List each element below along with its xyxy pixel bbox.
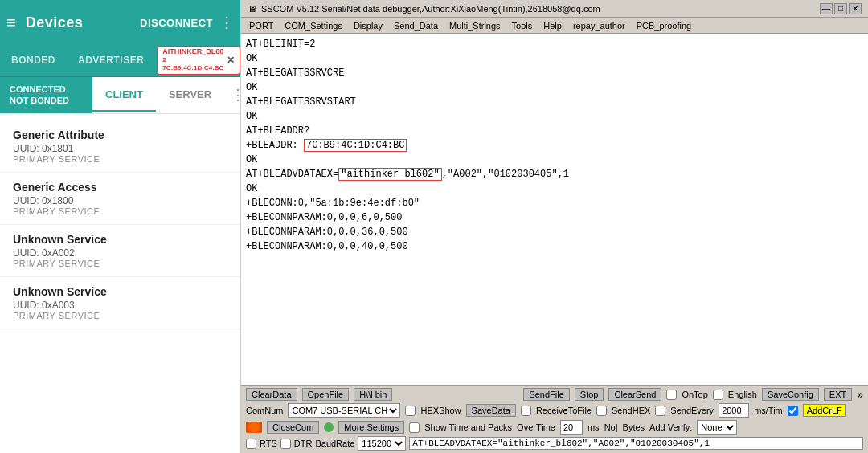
- exit-button[interactable]: EXT: [824, 388, 852, 401]
- service-name: Generic Access: [13, 181, 227, 194]
- com-select[interactable]: COM7 USB-SERIAL CH340: [288, 403, 400, 418]
- close-button[interactable]: ✕: [849, 3, 862, 14]
- terminal-line: OK: [246, 182, 863, 196]
- terminal-line: +BLECONNPARAM:0,0,0,36,0,500: [246, 225, 863, 239]
- right-panel: 🖥 SSCOM V5.12 Serial/Net data debugger,A…: [241, 0, 868, 453]
- com-num-label: ComNum: [246, 406, 283, 415]
- menu-send-data[interactable]: Send_Data: [389, 18, 443, 33]
- bleadvdata-name: "aithinker_bl602": [338, 168, 441, 181]
- send-every-label: SendEvery: [670, 406, 714, 415]
- more-settings-button[interactable]: More Settings: [338, 421, 404, 434]
- english-label: English: [728, 390, 757, 399]
- dtr-checkbox[interactable]: [280, 439, 291, 449]
- not-bonded-label: NOT BONDED: [10, 95, 83, 106]
- bottom-input-row: RTS DTR BaudRate 115200: [246, 436, 863, 451]
- com-status-icon: [246, 422, 262, 433]
- service-name: Unknown Service: [13, 233, 227, 246]
- service-generic-attribute[interactable]: Generic Attribute UUID: 0x1801 PRIMARY S…: [0, 120, 240, 173]
- more-icon[interactable]: ⋮: [219, 14, 234, 31]
- terminal-line: AT+BLEGATTSSRVSTART: [246, 95, 863, 109]
- tab-bonded[interactable]: BONDED: [0, 45, 67, 76]
- window-buttons: — □ ✕: [820, 3, 862, 14]
- terminal-line: +BLECONNPARAM:0,0,0,40,0,500: [246, 239, 863, 254]
- open-file-button[interactable]: OpenFile: [302, 388, 350, 401]
- sscom-title: SSCOM V5.12 Serial/Net data debugger,Aut…: [261, 4, 820, 14]
- bottom-toolbar: ClearData OpenFile H\\l bin SendFile Sto…: [241, 385, 868, 453]
- sscom-title-bar: 🖥 SSCOM V5.12 Serial/Net data debugger,A…: [241, 0, 868, 18]
- baud-rate-select[interactable]: 115200: [358, 436, 406, 451]
- disconnect-button[interactable]: DISCONNECT: [140, 17, 213, 29]
- terminal-line: +BLEADDR: 7C:B9:4C:1D:C4:BC: [246, 138, 863, 153]
- minimize-button[interactable]: —: [820, 3, 833, 14]
- time-input[interactable]: [719, 403, 749, 418]
- clear-send-button[interactable]: ClearSend: [608, 388, 661, 401]
- terminal-line: OK: [246, 153, 863, 167]
- service-name: Unknown Service: [13, 285, 227, 298]
- hex-bin-button[interactable]: H\\l bin: [354, 388, 392, 401]
- menu-multi-strings[interactable]: Multi_Strings: [444, 18, 506, 33]
- device-chip-text: AITHINKER_BL60 2 7C:B9:4C:1D:C4:BC: [162, 48, 223, 72]
- service-unknown-a003[interactable]: Unknown Service UUID: 0xA003 PRIMARY SER…: [0, 277, 240, 329]
- add-crlf-label: AddCrLF: [803, 404, 846, 417]
- tab-client[interactable]: CLIENT: [92, 78, 156, 112]
- terminal-line: AT+BLEADDR?: [246, 124, 863, 138]
- no-label: No|: [604, 422, 618, 432]
- stop-button[interactable]: Stop: [575, 388, 604, 401]
- menu-com-settings[interactable]: COM_Settings: [280, 18, 347, 33]
- service-uuid: UUID: 0xA003: [13, 300, 227, 311]
- show-time-packs-checkbox[interactable]: [409, 422, 420, 433]
- device-chip[interactable]: AITHINKER_BL60 2 7C:B9:4C:1D:C4:BC ✕: [157, 46, 240, 75]
- service-uuid: UUID: 0x1801: [13, 143, 227, 154]
- on-top-checkbox[interactable]: [666, 390, 677, 400]
- save-config-button[interactable]: SaveConfig: [762, 388, 819, 401]
- devices-title: Devices: [26, 14, 140, 31]
- tab-row: BONDED ADVERTISER AITHINKER_BL60 2 7C:B9…: [0, 45, 240, 77]
- clear-data-button[interactable]: ClearData: [246, 388, 297, 401]
- menu-repay-author[interactable]: repay_author: [568, 18, 630, 33]
- overtime-label: OverTime: [517, 422, 555, 432]
- service-generic-access[interactable]: Generic Access UUID: 0x1800 PRIMARY SERV…: [0, 173, 240, 225]
- rts-checkbox[interactable]: [246, 439, 256, 449]
- menu-help[interactable]: Help: [538, 18, 567, 33]
- service-type: PRIMARY SERVICE: [13, 154, 227, 164]
- client-server-row: CONNECTED NOT BONDED CLIENT SERVER ⋮: [0, 77, 240, 114]
- close-com-button[interactable]: CloseCom: [267, 421, 319, 434]
- receive-to-file-checkbox[interactable]: [521, 406, 531, 416]
- terminal-line: OK: [246, 80, 863, 95]
- service-type: PRIMARY SERVICE: [13, 311, 227, 320]
- expand-icon[interactable]: »: [857, 388, 863, 401]
- tab-advertiser[interactable]: ADVERTISER: [67, 45, 155, 76]
- connection-status: CONNECTED NOT BONDED: [0, 77, 92, 113]
- terminal-line: +BLECONNPARAM:0,0,0,6,0,500: [246, 210, 863, 225]
- menu-display[interactable]: Display: [349, 18, 387, 33]
- sscom-icon: 🖥: [248, 4, 256, 14]
- service-unknown-a002[interactable]: Unknown Service UUID: 0xA002 PRIMARY SER…: [0, 225, 240, 277]
- service-uuid: UUID: 0xA002: [13, 247, 227, 259]
- close-chip-icon[interactable]: ✕: [227, 55, 235, 66]
- toolbar-row3: CloseCom More Settings Show Time and Pac…: [246, 420, 863, 435]
- send-hex-label: SendHEX: [612, 406, 650, 415]
- send-file-button[interactable]: SendFile: [523, 388, 569, 401]
- interval-input[interactable]: [560, 420, 583, 435]
- hamburger-icon[interactable]: ≡: [6, 14, 16, 32]
- send-every-checkbox[interactable]: [655, 406, 665, 416]
- menu-pcb-proofing[interactable]: PCB_proofing: [632, 18, 697, 33]
- client-server-tabs: CLIENT SERVER: [92, 78, 224, 112]
- terminal-line: OK: [246, 51, 863, 66]
- add-crlf-checkbox[interactable]: [788, 406, 798, 416]
- terminal-area: AT+BLEINIT=2OKAT+BLEGATTSSRVCREOKAT+BLEG…: [241, 34, 868, 385]
- hex-show-checkbox[interactable]: [405, 406, 416, 416]
- send-hex-checkbox[interactable]: [596, 406, 607, 416]
- save-data-button[interactable]: SaveData: [466, 404, 516, 417]
- verify-select[interactable]: None: [697, 420, 737, 435]
- maximize-button[interactable]: □: [834, 3, 847, 14]
- service-uuid: UUID: 0x1800: [13, 195, 227, 206]
- english-checkbox[interactable]: [713, 390, 723, 400]
- baud-rate-label: BaudRate: [315, 439, 354, 448]
- toolbar-row1: ClearData OpenFile H\\l bin SendFile Sto…: [246, 388, 863, 401]
- tab-server[interactable]: SERVER: [156, 78, 224, 112]
- menu-port[interactable]: PORT: [244, 18, 278, 33]
- left-panel: ≡ Devices DISCONNECT ⋮ BONDED ADVERTISER…: [0, 0, 241, 453]
- send-text-input[interactable]: [409, 437, 863, 450]
- menu-tools[interactable]: Tools: [507, 18, 538, 33]
